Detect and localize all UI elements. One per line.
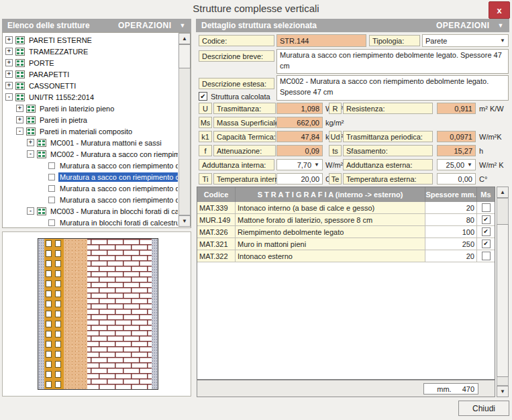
arrow-down-icon: ▼ bbox=[500, 388, 505, 395]
tree-item-label: MC002 - Muratura a sacco con riempimen bbox=[49, 150, 178, 159]
tree-item[interactable]: -Pareti in materiali composito bbox=[3, 125, 178, 137]
detail-operations-menu[interactable]: OPERAZIONI ▼ bbox=[436, 21, 504, 30]
expand-icon[interactable]: + bbox=[16, 116, 23, 123]
cell-descrizione: Intonaco interno (a base di calce e gess… bbox=[236, 202, 425, 213]
cell-codice: MUR.149 bbox=[197, 214, 236, 225]
tree-item[interactable]: +PARETI ESTERNE bbox=[3, 34, 178, 46]
cell-spessore: 80 bbox=[425, 214, 477, 225]
table-scroll-down-button[interactable]: ▼ bbox=[497, 386, 509, 397]
cell-descrizione: Mattone forato di laterizio, spessore 8 … bbox=[236, 214, 425, 225]
tree-item[interactable]: +Pareti in pietra bbox=[3, 114, 178, 125]
tree-item[interactable]: +MC001 - Muratura mattoni e sassi bbox=[3, 137, 178, 148]
tree-scroll-down-button[interactable]: ▼ bbox=[178, 215, 191, 227]
collapse-icon[interactable]: - bbox=[16, 127, 23, 135]
table-row[interactable]: MAT.326Riempimento debolmente legato100✔ bbox=[197, 226, 495, 238]
table-row[interactable]: MUR.149Mattone forato di laterizio, spes… bbox=[197, 214, 495, 226]
layer-leaf-icon bbox=[48, 173, 56, 181]
tree-scroll-up-button[interactable]: ▲ bbox=[178, 33, 191, 44]
dropdown-arrow-icon[interactable]: ▼ bbox=[500, 38, 505, 44]
structure-icon bbox=[37, 139, 46, 147]
expand-icon[interactable]: + bbox=[16, 105, 23, 112]
adduttanza-esterna-label: Adduttanza esterna: bbox=[343, 159, 433, 170]
param-symbol-k1: k1 bbox=[199, 131, 212, 142]
tree-item[interactable]: +CASSONETTI bbox=[3, 80, 178, 91]
table-scroll-up-button[interactable]: ▲ bbox=[497, 187, 509, 198]
descrizione-breve-label: Descrizione breve: bbox=[199, 50, 274, 62]
tree-item[interactable]: Muratura a sacco con riempimento deb bbox=[3, 160, 178, 171]
close-button[interactable]: x bbox=[489, 1, 510, 19]
layer-leaf-icon bbox=[48, 162, 56, 170]
temperatura-esterna-unit: C° bbox=[479, 173, 487, 185]
tree-item[interactable]: -MC003 - Muratura in blocchi forati di c… bbox=[3, 205, 178, 217]
cell-spessore: 100 bbox=[425, 226, 477, 238]
ms-checkbox[interactable] bbox=[482, 203, 491, 212]
cell-ms: ✔ bbox=[477, 214, 495, 225]
tree-item[interactable]: +PORTE bbox=[3, 57, 178, 68]
expand-icon[interactable]: + bbox=[5, 36, 13, 44]
collapse-icon[interactable]: - bbox=[27, 207, 34, 215]
adduttanza-interna-select[interactable]: 7,70 ▼ bbox=[276, 159, 323, 170]
expand-icon[interactable]: + bbox=[5, 59, 13, 66]
struttura-calcolata-checkbox[interactable]: ✔ bbox=[199, 92, 207, 101]
cell-ms bbox=[477, 202, 495, 213]
ms-checkbox[interactable]: ✔ bbox=[482, 227, 491, 236]
ms-checkbox[interactable]: ✔ bbox=[482, 215, 491, 224]
tree-item[interactable]: +Pareti in laterizio pieno bbox=[3, 103, 178, 114]
trasmittanza-periodica-value[interactable]: 0,0971 bbox=[437, 131, 476, 142]
attenuazione-value[interactable]: 0,09 bbox=[276, 145, 323, 156]
collapse-icon[interactable]: - bbox=[27, 150, 34, 158]
adduttanza-esterna-select[interactable]: 25,00 ▼ bbox=[437, 159, 476, 170]
codice-field[interactable]: STR.144 bbox=[276, 34, 366, 47]
tree-item-label: PARETI ESTERNE bbox=[28, 36, 93, 45]
arrow-up-icon: ▲ bbox=[182, 36, 187, 42]
expand-icon[interactable]: + bbox=[27, 139, 34, 146]
sfasamento-value[interactable]: 15,27 bbox=[437, 145, 476, 156]
tree-item[interactable]: +PARAPETTI bbox=[3, 68, 178, 80]
chiudi-button[interactable]: Chiudi bbox=[458, 401, 509, 416]
dropdown-arrow-icon[interactable]: ▼ bbox=[314, 162, 319, 168]
temperatura-interna-field[interactable]: 20,00 bbox=[276, 173, 323, 185]
table-row[interactable]: MAT.321Muro in mattoni pieni250✔ bbox=[197, 238, 495, 250]
table-scrollbar-thumb[interactable] bbox=[497, 224, 509, 377]
table-row[interactable]: MAT.339Intonaco interno (a base di calce… bbox=[197, 202, 495, 214]
tree-scrollbar-track[interactable] bbox=[178, 44, 191, 215]
column-header-ms: Ms bbox=[477, 187, 495, 202]
table-row[interactable]: MAT.322Intonaco esterno20 bbox=[197, 250, 495, 262]
attenuazione-label: Attenuazione: bbox=[213, 145, 276, 156]
tree-item[interactable]: -MC002 - Muratura a sacco con riempimen bbox=[3, 148, 178, 160]
descrizione-breve-field[interactable]: Muratura a sacco con riempimento debolme… bbox=[276, 49, 509, 74]
spessore-totale-label: mm. bbox=[437, 385, 451, 393]
tree-item[interactable]: -UNI/TR 11552:2014 bbox=[3, 91, 178, 103]
expand-icon[interactable]: + bbox=[5, 48, 13, 55]
arrow-down-icon: ▼ bbox=[182, 218, 187, 224]
layer-muro-in-mattoni-pieni bbox=[87, 239, 152, 389]
capacita-termica-value[interactable]: 47,84 bbox=[276, 131, 323, 142]
massa-superficiale-label: Massa Superficiale: bbox=[213, 117, 276, 128]
layer-leaf-icon bbox=[48, 185, 56, 193]
tree-item[interactable]: Muratura a sacco con riempimento deb bbox=[3, 171, 178, 182]
collapse-icon[interactable]: - bbox=[5, 93, 13, 101]
resistenza-value[interactable]: 0,911 bbox=[437, 103, 476, 114]
massa-superficiale-unit: kg/m² bbox=[325, 117, 344, 128]
ms-checkbox[interactable] bbox=[482, 252, 491, 260]
tree-scrollbar-thumb[interactable] bbox=[178, 44, 191, 68]
tree-item[interactable]: Muratura in blocchi forati di calcestruz… bbox=[3, 217, 178, 227]
tipologia-select[interactable]: Parete ▼ bbox=[422, 34, 509, 47]
tree-item[interactable]: Muratura a sacco con riempimento deb bbox=[3, 194, 178, 205]
trasmittanza-value[interactable]: 1,098 bbox=[276, 103, 323, 114]
structure-tree: +PARETI ESTERNE+TRAMEZZATURE+PORTE+PARAP… bbox=[3, 33, 178, 227]
dropdown-arrow-icon[interactable]: ▼ bbox=[467, 162, 472, 168]
descrizione-estesa-field[interactable]: MC002 - Muratura a sacco con riempimento… bbox=[276, 75, 509, 101]
temperatura-esterna-field[interactable]: 0,00 bbox=[437, 173, 476, 185]
left-operations-menu[interactable]: OPERAZIONI ▼ bbox=[118, 21, 186, 30]
cell-descrizione: Riempimento debolmente legato bbox=[236, 226, 425, 238]
massa-superficiale-value[interactable]: 662,00 bbox=[276, 117, 323, 128]
tree-item[interactable]: Muratura a sacco con riempimento deb bbox=[3, 182, 178, 194]
trasmittanza-periodica-unit: W/m²K bbox=[479, 131, 502, 142]
cell-spessore: 20 bbox=[425, 250, 477, 262]
ms-checkbox[interactable]: ✔ bbox=[482, 240, 491, 248]
tree-item[interactable]: +TRAMEZZATURE bbox=[3, 46, 178, 57]
expand-icon[interactable]: + bbox=[5, 70, 13, 78]
expand-icon[interactable]: + bbox=[5, 82, 13, 89]
structure-icon bbox=[15, 59, 25, 67]
